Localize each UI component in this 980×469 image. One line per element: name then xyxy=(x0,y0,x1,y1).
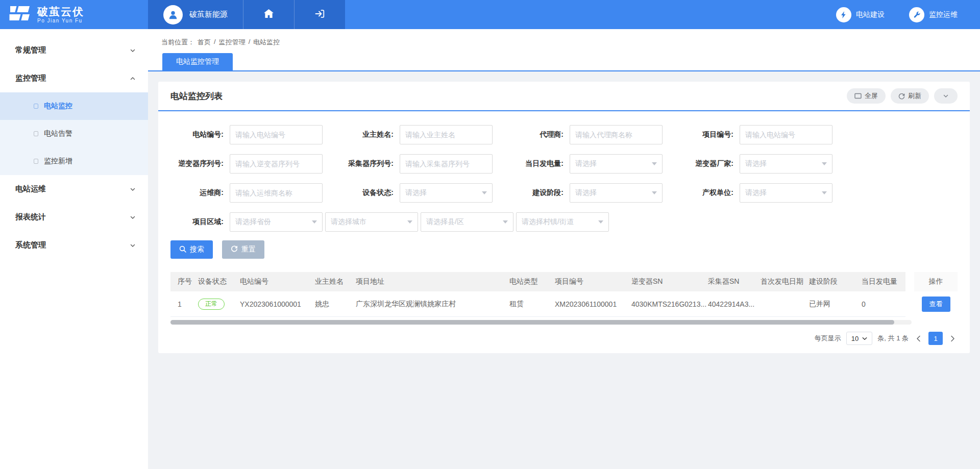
cell-inverter-sn: 4030KMTS216G0213... xyxy=(631,300,708,308)
col-header-action: 操作 xyxy=(914,272,958,291)
field-label: 运维商: xyxy=(170,188,224,198)
filter-row-region: 项目区域: 请选择省份 请选择城市 xyxy=(170,212,958,232)
field-label: 业主姓名: xyxy=(340,130,394,139)
refresh-label: 刷新 xyxy=(908,91,921,101)
cell-collector-sn: 40422914A3... xyxy=(708,300,761,308)
refresh-button[interactable]: 刷新 xyxy=(891,88,929,104)
sidebar-item-system-mgmt[interactable]: 系统管理 xyxy=(0,231,148,259)
field-property-unit: 产权单位: 请选择 xyxy=(680,183,850,203)
scrollbar-thumb[interactable] xyxy=(170,320,894,325)
nav-monitor-ops[interactable]: 监控运维 xyxy=(909,7,958,22)
sidebar-item-station-monitor[interactable]: 电站监控 xyxy=(0,92,148,120)
field-station-no: 电站编号: xyxy=(170,125,340,144)
col-header-device-status: 设备状态 xyxy=(198,277,240,286)
breadcrumb: 当前位置： 首页 / 监控管理 / 电站监控 xyxy=(148,29,980,53)
ops-provider-input[interactable] xyxy=(230,183,323,203)
field-collector-sn: 采集器序列号: xyxy=(340,154,510,174)
city-select[interactable]: 请选择城市 xyxy=(325,212,418,232)
logout-button[interactable] xyxy=(294,0,345,29)
caret-down-icon xyxy=(503,220,508,224)
filter-actions: 搜索 重置 xyxy=(158,232,970,259)
owner-name-input[interactable] xyxy=(400,125,493,144)
tab-station-monitor-mgmt[interactable]: 电站监控管理 xyxy=(162,53,233,70)
sidebar-item-label: 监控管理 xyxy=(15,73,46,83)
view-button[interactable]: 查看 xyxy=(922,297,950,312)
build-stage-select[interactable]: 请选择 xyxy=(570,183,663,203)
caret-down-icon xyxy=(862,337,867,340)
village-select[interactable]: 请选择村镇/街道 xyxy=(516,212,609,232)
inverter-sn-input[interactable] xyxy=(230,154,323,174)
sidebar: 常规管理 监控管理 电站监控 电站告警 监控新增 xyxy=(0,29,148,469)
chevron-down-icon xyxy=(943,93,949,99)
brand-logo-icon xyxy=(8,4,32,26)
sidebar-item-label: 电站告警 xyxy=(44,129,72,138)
field-agent: 代理商: xyxy=(510,125,680,144)
cell-station-no: YX2023061000001 xyxy=(240,300,315,308)
breadcrumb-home[interactable]: 首页 xyxy=(198,38,211,47)
field-label: 采集器序列号: xyxy=(340,159,394,168)
collapse-button[interactable] xyxy=(934,88,958,104)
field-ops-provider: 运维商: xyxy=(170,183,340,203)
breadcrumb-station-monitor[interactable]: 电站监控 xyxy=(253,38,280,47)
field-device-status: 设备状态: 请选择 xyxy=(340,183,510,203)
select-placeholder: 请选择 xyxy=(745,188,767,198)
brand: 破茧云伏 Po Jian Yun Fu xyxy=(0,0,148,29)
sidebar-item-label: 常规管理 xyxy=(15,45,46,55)
sidebar-item-monitor-mgmt[interactable]: 监控管理 xyxy=(0,64,148,92)
sidebar-item-report-stats[interactable]: 报表统计 xyxy=(0,203,148,231)
prev-page-button[interactable] xyxy=(914,335,923,342)
field-label: 产权单位: xyxy=(680,188,733,198)
sidebar-item-station-alarm[interactable]: 电站告警 xyxy=(0,120,148,147)
province-select[interactable]: 请选择省份 xyxy=(230,212,323,232)
fullscreen-button[interactable]: 全屏 xyxy=(847,88,886,104)
sidebar-item-monitor-add[interactable]: 监控新增 xyxy=(0,147,148,175)
reset-button[interactable]: 重置 xyxy=(222,240,264,259)
table-header-row: 序号 设备状态 电站编号 业主姓名 项目地址 电站类型 项目编号 逆变器SN 采… xyxy=(170,272,905,291)
sidebar-item-station-ops[interactable]: 电站运维 xyxy=(0,175,148,203)
search-button[interactable]: 搜索 xyxy=(170,240,213,259)
fixed-action-column: 操作 查看 xyxy=(914,272,958,317)
project-no-input[interactable] xyxy=(740,125,832,144)
pagination: 每页显示 10 条, 共 1 条 1 xyxy=(158,325,970,353)
topbar: 破茧云伏 Po Jian Yun Fu 破茧新能源 xyxy=(0,0,980,29)
select-placeholder: 请选择村镇/街道 xyxy=(522,217,574,227)
daily-energy-select[interactable]: 请选择 xyxy=(570,154,663,174)
main-area: 当前位置： 首页 / 监控管理 / 电站监控 电站监控管理 电站监控列表 xyxy=(148,29,980,469)
filter-form: 电站编号: 业主姓名: 代理商: 项目编号: xyxy=(158,111,970,232)
select-placeholder: 请选择 xyxy=(575,188,597,198)
sidebar-item-general-mgmt[interactable]: 常规管理 xyxy=(0,36,148,64)
next-page-button[interactable] xyxy=(948,335,958,342)
device-status-select[interactable]: 请选择 xyxy=(400,183,493,203)
col-header-daily-energy: 当日发电量 xyxy=(862,277,905,286)
col-header-no: 序号 xyxy=(178,277,198,286)
user-menu[interactable]: 破茧新能源 xyxy=(148,0,243,29)
content: 电站监控列表 全屏 刷新 xyxy=(148,71,980,469)
cell-type: 租赁 xyxy=(509,300,555,309)
col-header-project-no: 项目编号 xyxy=(555,277,631,286)
filter-row: 运维商: 设备状态: 请选择 建设阶段: xyxy=(170,183,958,203)
agent-input[interactable] xyxy=(570,125,663,144)
inverter-maker-select[interactable]: 请选择 xyxy=(740,154,832,174)
chevron-up-icon xyxy=(130,76,136,82)
field-label: 设备状态: xyxy=(340,188,394,198)
collector-sn-input[interactable] xyxy=(400,154,493,174)
sidebar-item-label: 电站监控 xyxy=(44,102,72,111)
per-page-select[interactable]: 10 xyxy=(846,332,872,345)
county-select[interactable]: 请选择县/区 xyxy=(421,212,513,232)
field-project-region: 项目区域: 请选择省份 请选择城市 xyxy=(170,212,609,232)
horizontal-scrollbar[interactable] xyxy=(170,320,912,325)
field-inverter-sn: 逆变器序列号: xyxy=(170,154,340,174)
property-unit-select[interactable]: 请选择 xyxy=(740,183,832,203)
breadcrumb-separator: / xyxy=(249,38,251,47)
home-button[interactable] xyxy=(243,0,294,29)
fullscreen-icon xyxy=(854,93,862,99)
station-no-input[interactable] xyxy=(230,125,323,144)
station-monitor-card: 电站监控列表 全屏 刷新 xyxy=(158,82,970,353)
caret-down-icon xyxy=(822,162,827,165)
card-header: 电站监控列表 全屏 刷新 xyxy=(158,82,970,111)
breadcrumb-monitor-mgmt[interactable]: 监控管理 xyxy=(219,38,246,47)
page-number[interactable]: 1 xyxy=(928,332,943,345)
submenu-bullet-icon xyxy=(34,159,38,164)
tab-bar: 电站监控管理 xyxy=(148,53,980,71)
nav-station-construction[interactable]: 电站建设 xyxy=(836,7,885,22)
